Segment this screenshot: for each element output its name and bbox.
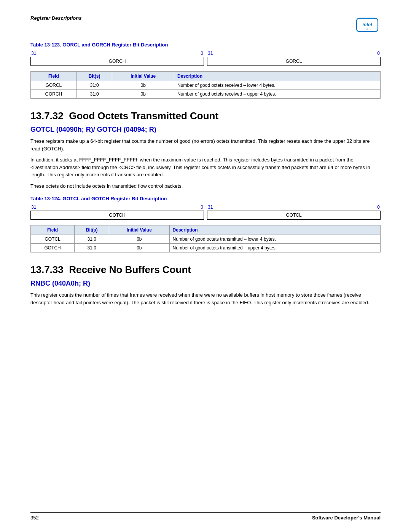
page-number: 352 — [30, 515, 39, 521]
section-33-para-1: This register counts the number of times… — [30, 291, 381, 306]
field-gorcl: GORCL — [31, 81, 77, 90]
field-gotcl: GOTCL — [31, 235, 75, 244]
page-header: Register Descriptions intel ® — [30, 15, 381, 34]
section-33-heading: 13.7.33 Receive No Buffers Count — [30, 264, 381, 276]
col-bits: Bit(s) — [76, 72, 112, 81]
page: Register Descriptions intel ® Table 13-1… — [0, 0, 411, 532]
gorcl-diagram-half: 31 0 GORCL — [207, 51, 381, 66]
initial-gorcl: 0b — [112, 81, 174, 90]
section-32-register: GOTCL (04090h; R)/ GOTCH (04094; R) — [30, 126, 381, 134]
section-32-para-2: In addition, it sticks at FFFF_FFFF_FFFF… — [30, 156, 381, 179]
gotch-bit-low: 0 — [201, 204, 203, 210]
initial-gotcl: 0b — [109, 235, 169, 244]
gotch-bit-high: 31 — [31, 204, 36, 210]
gotcl-diagram-half: 31 0 GOTCL — [207, 204, 381, 220]
gorch-box: GORCH — [30, 57, 204, 66]
table-row: GORCH 31:0 0b Number of good octets rece… — [31, 90, 381, 99]
desc-gotch: Number of good octets transmitted – uppe… — [169, 244, 380, 252]
gotch-bit-numbers: 31 0 — [30, 204, 204, 210]
section-32-para-1: These registers make up a 64-bit registe… — [30, 137, 381, 152]
section-32-para-3: These octets do not include octets in tr… — [30, 182, 381, 190]
bits-gorch: 31:0 — [76, 90, 112, 99]
col-initial: Initial Value — [112, 72, 174, 81]
gorch-diagram-half: 31 0 GORCH — [30, 51, 204, 66]
field-gorch: GORCH — [31, 90, 77, 99]
gorcl-bit-numbers: 31 0 — [207, 51, 381, 56]
section-33-title: Receive No Buffers Count — [69, 264, 191, 275]
gotcl-gotch-bit-diagram: 31 0 GOTCH 31 0 GOTCL — [30, 204, 381, 220]
initial-gorch: 0b — [112, 90, 174, 99]
field-gotch: GOTCH — [31, 244, 75, 252]
section-32-number: 13.7.32 — [30, 110, 64, 121]
intel-logo: intel ® — [354, 15, 381, 34]
gorch-bit-low: 0 — [201, 51, 203, 56]
gotcl-bit-low: 0 — [377, 204, 380, 210]
col-initial-2: Initial Value — [109, 225, 169, 235]
col-description: Description — [174, 72, 381, 81]
gorcl-bit-low: 0 — [377, 51, 380, 56]
table-123: Field Bit(s) Initial Value Description G… — [30, 71, 381, 99]
table-124-header-row: Field Bit(s) Initial Value Description — [31, 225, 381, 235]
gotcl-bit-high: 31 — [208, 204, 213, 210]
col-description-2: Description — [169, 225, 380, 235]
table-124-caption: Table 13-124. GOTCL and GOTCH Register B… — [30, 196, 381, 201]
col-field: Field — [31, 72, 77, 81]
col-field-2: Field — [31, 225, 75, 235]
page-footer: 352 Software Developer's Manual — [30, 512, 381, 521]
desc-gotcl: Number of good octets transmitted – lowe… — [169, 235, 380, 244]
section-33-register: RNBC (040A0h; R) — [30, 280, 381, 288]
col-bits-2: Bit(s) — [75, 225, 109, 235]
gorcl-box: GORCL — [207, 57, 381, 66]
svg-text:intel: intel — [362, 22, 372, 27]
gotcl-box: GOTCL — [207, 211, 381, 220]
doc-title: Software Developer's Manual — [312, 515, 381, 521]
table-123-caption: Table 13-123. GORCL and GORCH Register B… — [30, 42, 381, 48]
bits-gotcl: 31:0 — [75, 235, 109, 244]
gotch-box: GOTCH — [30, 211, 204, 220]
header-title: Register Descriptions — [30, 15, 81, 21]
desc-gorch: Number of good octets received – upper 4… — [174, 90, 381, 99]
gorcl-bit-high: 31 — [208, 51, 213, 56]
table-123-header-row: Field Bit(s) Initial Value Description — [31, 72, 381, 81]
section-32-heading: 13.7.32 Good Octets Transmitted Count — [30, 110, 381, 122]
svg-text:®: ® — [366, 28, 368, 30]
section-32-title: Good Octets Transmitted Count — [69, 110, 218, 121]
table-row: GOTCL 31:0 0b Number of good octets tran… — [31, 235, 381, 244]
table-row: GOTCH 31:0 0b Number of good octets tran… — [31, 244, 381, 252]
bits-gotch: 31:0 — [75, 244, 109, 252]
table-124: Field Bit(s) Initial Value Description G… — [30, 225, 381, 252]
gorch-bit-high: 31 — [31, 51, 36, 56]
desc-gorcl: Number of good octets received – lower 4… — [174, 81, 381, 90]
gotcl-bit-numbers: 31 0 — [207, 204, 381, 210]
initial-gotch: 0b — [109, 244, 169, 252]
gorcl-gorch-bit-diagram: 31 0 GORCH 31 0 GORCL — [30, 51, 381, 66]
gorch-bit-numbers: 31 0 — [30, 51, 204, 56]
section-33-number: 13.7.33 — [30, 264, 64, 275]
gotch-diagram-half: 31 0 GOTCH — [30, 204, 204, 220]
table-row: GORCL 31:0 0b Number of good octets rece… — [31, 81, 381, 90]
bits-gorcl: 31:0 — [76, 81, 112, 90]
